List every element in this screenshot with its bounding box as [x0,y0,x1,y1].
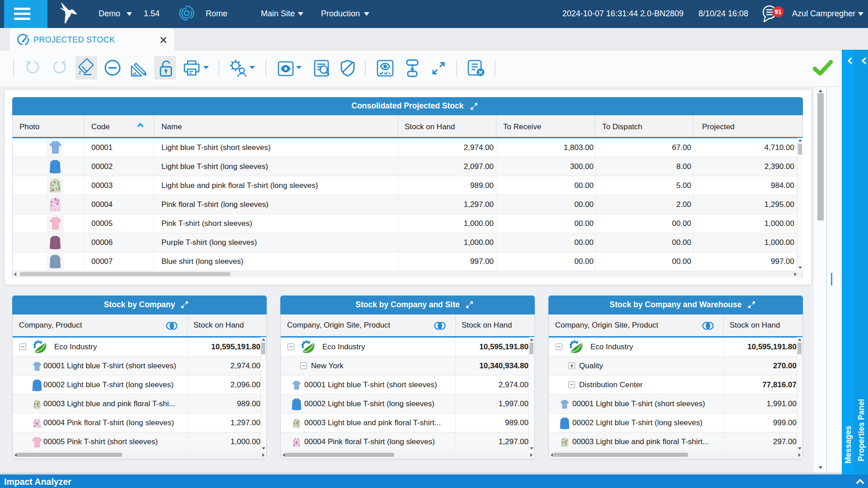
svg-text:91: 91 [774,8,782,15]
